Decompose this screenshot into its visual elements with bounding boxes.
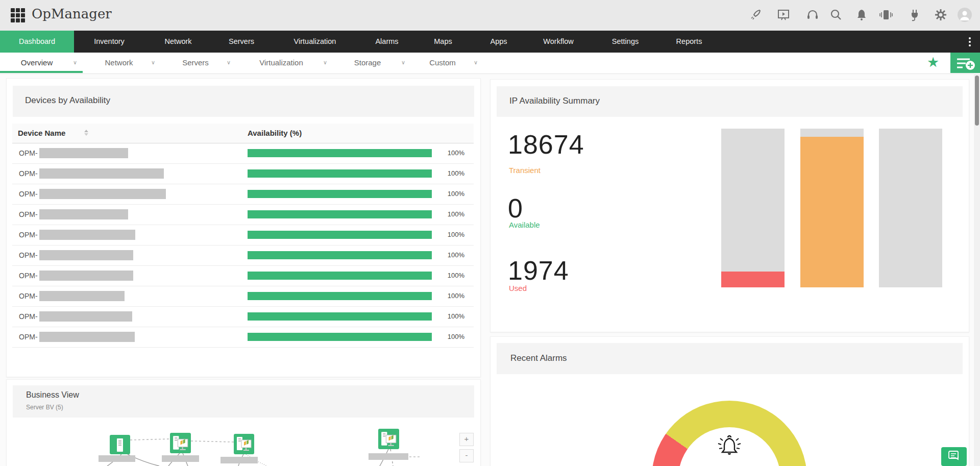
subnav-tab-virtualization[interactable]: Virtualization [259,53,303,73]
kebab-menu-icon[interactable] [966,36,973,48]
ip-bar-segment [800,129,864,137]
app-title: OpManager [32,6,112,21]
device-table-row[interactable]: OPM-100% [12,163,474,184]
availability-bar [248,272,432,280]
bell-icon[interactable] [854,7,869,22]
topology-node-monitor[interactable] [378,429,399,449]
device-table-row[interactable]: OPM-100% [12,225,474,246]
card-header-band [13,385,474,418]
chevron-down-icon[interactable]: ∨ [474,53,478,73]
nav-item-apps[interactable]: Apps [490,31,507,53]
redacted-device-name [39,271,133,281]
device-table-row[interactable]: OPM-100% [12,143,474,164]
device-table-row[interactable]: OPM-100% [12,286,474,307]
availability-percent: 100% [433,286,464,306]
column-device-name[interactable]: Device Name [18,124,65,143]
availability-percent: 100% [433,204,464,225]
availability-bar [248,333,432,341]
business-view-subtitle: Server BV (5) [26,404,63,411]
redacted-device-name [39,250,133,260]
device-name: OPM- [19,265,38,286]
avatar[interactable] [957,7,972,22]
nav-item-maps[interactable]: Maps [434,31,452,53]
stat-value-available: 0 [508,193,523,224]
nav-item-network[interactable]: Network [164,31,191,53]
add-widget-button[interactable] [950,53,980,73]
nav-item-inventory[interactable]: Inventory [94,31,125,53]
recent-alarms-title: Recent Alarms [510,353,567,363]
nav-item-dashboard[interactable]: Dashboard [0,31,74,53]
app-grid-icon[interactable] [11,8,25,22]
stat-value-transient: 18674 [508,129,584,160]
availability-percent: 100% [433,163,464,184]
subnav-tab-custom[interactable]: Custom [429,53,456,73]
mobile-ringing-icon[interactable] [878,7,894,22]
presentation-play-icon[interactable] [776,7,791,22]
nav-item-alarms[interactable]: Alarms [375,31,398,53]
headset-icon[interactable] [805,7,820,22]
redacted-device-name [39,291,125,301]
redacted-node-label [369,453,408,460]
device-table-row[interactable]: OPM-100% [12,184,474,205]
subnav-tab-servers[interactable]: Servers [182,53,209,73]
device-table-row[interactable]: OPM-100% [12,265,474,286]
device-table-row[interactable]: OPM-100% [12,245,474,266]
availability-percent: 100% [433,184,464,204]
plug-icon[interactable] [907,7,922,22]
device-name: OPM- [19,245,38,265]
topology-zoom-in-button[interactable]: + [459,433,474,446]
page-scrollbar-track[interactable] [974,73,980,466]
nav-item-settings[interactable]: Settings [612,31,639,53]
subnav-tab-network[interactable]: Network [105,53,133,73]
nav-item-workflow[interactable]: Workflow [543,31,573,53]
availability-bar [248,251,432,259]
subnav-tab-overview[interactable]: Overview [21,53,53,73]
subnav-tab-storage[interactable]: Storage [354,53,381,73]
device-name: OPM- [19,225,38,245]
chevron-down-icon[interactable]: ∨ [151,53,155,73]
chevron-down-icon[interactable]: ∨ [323,53,327,73]
redacted-device-name [39,209,128,219]
redacted-device-name [39,230,135,240]
device-name: OPM- [19,327,38,347]
rocket-icon[interactable] [748,7,764,22]
gear-icon[interactable] [933,7,948,22]
availability-percent: 100% [433,306,464,327]
column-availability[interactable]: Availability (%) [248,124,302,143]
opmanager-dashboard: OpManager DashboardInventoryNetworkServe… [0,0,980,466]
availability-percent: 100% [433,327,464,347]
device-table-row[interactable]: OPM-100% [12,327,474,348]
availability-bar [248,292,432,300]
availability-percent: 100% [433,143,464,163]
device-table-row[interactable]: OPM-100% [12,204,474,225]
stat-value-used: 1974 [508,255,569,286]
topology-node-monitor[interactable] [234,434,254,454]
topology-node-monitor[interactable] [170,433,191,453]
chevron-down-icon[interactable]: ∨ [401,53,405,73]
feedback-chat-button[interactable] [941,447,967,466]
stat-label-transient: Transient [509,166,541,175]
device-name: OPM- [19,204,38,225]
star-icon[interactable]: ★ [927,53,939,71]
redacted-node-label [99,455,135,462]
redacted-node-label [162,455,199,462]
ip-bar-segment [721,129,785,272]
nav-item-servers[interactable]: Servers [229,31,254,53]
search-icon[interactable] [828,7,844,22]
availability-bar [248,312,432,321]
redacted-device-name [39,311,132,322]
bell-icon [714,431,745,464]
topology-zoom-out-button[interactable]: - [459,449,474,462]
chevron-down-icon[interactable]: ∨ [73,53,77,73]
device-table-row[interactable]: OPM-100% [12,306,474,327]
page-scrollbar-thumb[interactable] [975,76,979,126]
topology-node-server[interactable] [110,435,130,454]
sort-icon[interactable] [84,130,88,136]
chevron-down-icon[interactable]: ∨ [227,53,231,73]
devices-table-header: Device Name Availability (%) [12,124,474,143]
availability-bar [248,190,432,198]
nav-item-virtualization[interactable]: Virtualization [294,31,336,53]
nav-item-reports[interactable]: Reports [676,31,702,53]
stat-label-available: Available [509,220,540,229]
redacted-node-label [220,457,258,463]
